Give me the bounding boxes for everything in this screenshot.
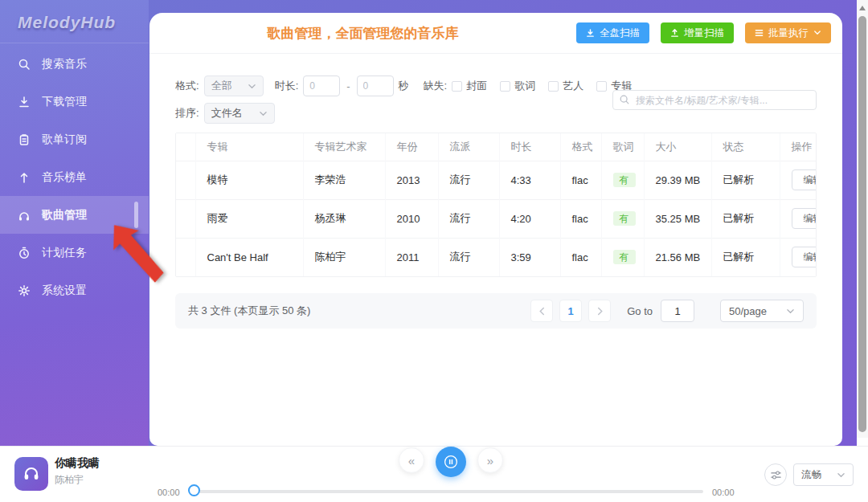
- scrollbar-thumb[interactable]: [858, 16, 866, 432]
- player-bar: 你瞒我瞒 陈柏宇 « » 00:00 00:00 流畅: [0, 446, 868, 502]
- headphones-icon: [22, 464, 41, 484]
- vertical-scrollbar[interactable]: [857, 0, 868, 438]
- header-buttons: 全盘扫描 增量扫描 批量执行: [576, 22, 831, 43]
- goto-page-input[interactable]: [661, 300, 694, 322]
- pagination-controls: 1 Go to 50/page: [530, 300, 804, 322]
- size-cell: 35.25 MB: [644, 199, 711, 238]
- col-genre: 流派: [438, 133, 499, 161]
- sidebar-item-label: 歌曲管理: [42, 208, 87, 222]
- incremental-scan-button[interactable]: 增量扫描: [661, 22, 734, 43]
- actions-cell: 编辑: [780, 199, 817, 238]
- full-scan-label: 全盘扫描: [600, 27, 640, 40]
- sort-value: 文件名: [211, 106, 243, 120]
- prev-page-button[interactable]: [530, 300, 553, 322]
- lyrics-cell: 有: [601, 199, 644, 238]
- checkbox-box[interactable]: [452, 81, 462, 92]
- sidebar-item-label: 歌单订阅: [42, 133, 87, 147]
- album-cell: 雨爱: [195, 199, 303, 238]
- page-title: 歌曲管理，全面管理您的音乐库: [149, 24, 576, 43]
- missing-label: 缺失:: [424, 79, 448, 93]
- search-input[interactable]: [612, 90, 817, 110]
- next-page-button[interactable]: [588, 300, 611, 322]
- edit-button[interactable]: 编辑: [792, 208, 817, 229]
- goto-label: Go to: [627, 305, 653, 317]
- album-artist-cell: 李荣浩: [303, 161, 385, 199]
- missing-lyrics-checkbox[interactable]: 歌词: [500, 79, 535, 93]
- checkbox-box[interactable]: [548, 81, 559, 92]
- format-cell: flac: [560, 161, 601, 199]
- equalizer-button[interactable]: [764, 463, 787, 486]
- actions-cell: 编辑: [780, 161, 817, 199]
- quality-value: 流畅: [801, 468, 821, 482]
- pagination-bar: 共 3 文件 (本页显示 50 条) 1 Go to 50/page: [175, 293, 817, 329]
- missing-artist-checkbox[interactable]: 艺人: [548, 79, 583, 93]
- missing-cover-checkbox[interactable]: 封面: [452, 79, 487, 93]
- page-header: 歌曲管理，全面管理您的音乐库 全盘扫描 增量扫描 批量执行: [149, 13, 842, 54]
- progress-track[interactable]: [193, 490, 703, 493]
- col-album: 专辑: [195, 133, 303, 161]
- format-cell: flac: [560, 199, 601, 238]
- genre-cell: 流行: [438, 199, 499, 238]
- page-size-select[interactable]: 50/page: [720, 300, 804, 322]
- scrollbar-up-arrow-icon[interactable]: [859, 6, 866, 10]
- edit-button[interactable]: 编辑: [792, 169, 817, 190]
- table-row: 模特 李荣浩 2013 流行 4:33 flac 有 29.39 MB 已解析 …: [176, 161, 817, 199]
- equalizer-icon: [770, 469, 782, 481]
- download-icon: [18, 95, 31, 108]
- batch-execute-button[interactable]: 批量执行: [745, 22, 831, 43]
- progress-handle[interactable]: [188, 484, 200, 496]
- songs-table-container: 专辑 专辑艺术家 年份 流派 时长 格式 歌词 大小 状态 操作: [175, 133, 817, 277]
- logo-container: MelodyHub: [0, 0, 149, 43]
- format-cell: flac: [560, 238, 601, 276]
- duration-to-input[interactable]: [357, 76, 394, 96]
- col-year: 年份: [385, 133, 438, 161]
- sidebar-item-label: 计划任务: [42, 246, 87, 260]
- format-select[interactable]: 全部: [204, 76, 264, 96]
- lyrics-badge: 有: [613, 173, 636, 187]
- lyrics-badge: 有: [613, 250, 636, 264]
- chevron-left-icon: [538, 307, 546, 316]
- edit-button[interactable]: 编辑: [792, 247, 817, 267]
- pause-button[interactable]: [436, 447, 466, 477]
- year-cell: 2010: [385, 199, 438, 238]
- sidebar-item-playlist-subscribe[interactable]: 歌单订阅: [0, 120, 149, 158]
- duration-from-input[interactable]: [303, 76, 340, 96]
- sidebar-item-download-manage[interactable]: 下载管理: [0, 83, 149, 120]
- total-time: 00:00: [712, 488, 735, 497]
- duration-cell: 4:20: [499, 199, 560, 238]
- pagination-summary: 共 3 文件 (本页显示 50 条): [188, 304, 310, 318]
- previous-track-button[interactable]: «: [399, 447, 424, 473]
- table-row: Can't Be Half 陈柏宇 2011 流行 3:59 flac 有 21…: [176, 238, 817, 276]
- actions-cell: 编辑: [780, 238, 817, 276]
- app-logo: MelodyHub: [18, 13, 149, 32]
- duration-separator: -: [346, 80, 350, 92]
- col-lyrics: 歌词: [601, 133, 644, 161]
- col-select: [176, 133, 195, 161]
- sidebar-item-search-music[interactable]: 搜索音乐: [0, 45, 149, 83]
- format-label: 格式:: [175, 79, 199, 93]
- missing-lyrics-label: 歌词: [514, 79, 535, 93]
- current-time: 00:00: [158, 488, 180, 497]
- filter-bar: 格式: 全部 时长: - 秒 缺失: 封面: [149, 54, 842, 124]
- status-cell: 已解析: [711, 238, 780, 276]
- sidebar-item-label: 音乐榜单: [42, 170, 87, 185]
- sidebar-item-system-settings[interactable]: 系统设置: [0, 271, 149, 309]
- quality-select[interactable]: 流畅: [793, 463, 854, 486]
- page-number-1[interactable]: 1: [559, 300, 582, 322]
- col-status: 状态: [711, 133, 780, 161]
- search-container: [612, 90, 817, 110]
- gear-icon: [18, 284, 31, 297]
- col-format: 格式: [560, 133, 601, 161]
- sidebar-item-music-charts[interactable]: 音乐榜单: [0, 158, 149, 196]
- col-size: 大小: [644, 133, 711, 161]
- album-artist-cell: 陈柏宇: [303, 238, 385, 276]
- clock-icon: [18, 246, 31, 259]
- checkbox-box[interactable]: [500, 81, 510, 92]
- next-track-button[interactable]: »: [477, 447, 503, 473]
- checkbox-box[interactable]: [596, 81, 607, 92]
- now-playing-artwork: [14, 457, 48, 491]
- scan-incremental-icon: [670, 28, 679, 38]
- full-scan-button[interactable]: 全盘扫描: [576, 22, 649, 43]
- sort-select[interactable]: 文件名: [204, 103, 275, 124]
- search-icon: [18, 57, 31, 71]
